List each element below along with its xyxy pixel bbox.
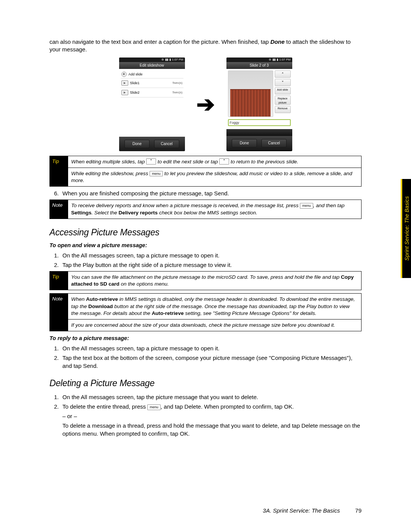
next-slide-button: ˅ (275, 79, 291, 86)
status-time: 1:07 PM (172, 58, 183, 61)
phone-button-bar: Done Cancel (226, 136, 292, 150)
section-heading: Accessing Picture Messages (49, 227, 362, 238)
or-separator: – or – (62, 412, 362, 420)
prev-slide-button: ˄ (275, 70, 291, 78)
list-item: 2.Tap the text box at the bottom of the … (54, 354, 362, 370)
menu-key-icon: menu (300, 203, 313, 208)
slide-picture (228, 70, 273, 117)
status-bar: ⊕ ▮▮ ▮ 1:07 PM (119, 58, 185, 62)
list-item: 1.On the All messages screen, tap the pi… (54, 393, 362, 401)
location-icon: ⊕ (161, 58, 164, 61)
list-item: 1.On the All messages screen, tap a pict… (54, 251, 362, 259)
list-item: 2. To delete the entire thread, press me… (54, 403, 362, 411)
intro-paragraph: can also navigate to the text box and en… (49, 38, 362, 54)
reply-steps: 1.On the All messages screen, tap a pict… (54, 344, 362, 370)
phone-slide-editor: ⊕ ▮▮ ▮ 1:07 PM Slide 2 of 3 ˄ ˅ Add slid… (226, 58, 292, 151)
up-arrow-key: ˄ (219, 158, 229, 165)
menu-key-icon: menu (147, 404, 161, 410)
tip-label-blank (50, 168, 68, 186)
slide-duration: 5sec(s) (172, 91, 182, 94)
page-footer: 3A. Sprint Service: The Basics 79 (0, 507, 362, 514)
slide-duration: 5sec(s) (172, 81, 182, 85)
menu-key-icon: menu (150, 171, 163, 176)
replace-picture-button: Replace picture (275, 96, 291, 105)
arrow-icon: ➔ (196, 93, 215, 115)
phone-title: Slide 2 of 3 (226, 62, 292, 69)
caption-input: Foggy (228, 119, 291, 126)
side-buttons: ˄ ˅ Add slide Replace picture Remove (275, 70, 291, 117)
subheading: To reply to a picture message: (49, 335, 362, 341)
screenshot-row: ⊕ ▮▮ ▮ 1:07 PM Edit slideshow + Add slid… (49, 58, 362, 151)
tip-box: Tip When editing multiple slides, tap ˅ … (49, 156, 362, 187)
add-slide-row: + Add slide (121, 70, 183, 78)
location-icon: ⊕ (269, 58, 271, 61)
bridge-graphic (230, 89, 270, 117)
section-tab-label: Sprint Service: The Basics (404, 196, 410, 260)
slide-thumb-icon: ▶ (121, 90, 128, 95)
step-6: 6. When you are finished composing the p… (54, 190, 362, 197)
subheading: To open and view a picture message: (49, 242, 362, 248)
battery-icon: ▮ (169, 58, 171, 61)
section-tab: Sprint Service: The Basics (401, 179, 411, 278)
tip-label: Tip (50, 272, 68, 290)
done-button: Done (124, 140, 150, 148)
note-box: Note When Auto-retrieve in MMS settings … (49, 293, 362, 331)
delete-steps: 1.On the All messages screen, tap the pi… (54, 393, 362, 411)
tip-box: Tip You can save the file attachment on … (49, 271, 362, 290)
tip-content: While editing the slideshow, press menu … (68, 168, 361, 186)
open-steps: 1.On the All messages screen, tap a pict… (54, 251, 362, 269)
remove-button: Remove (275, 106, 291, 113)
slide-edit-area: ˄ ˅ Add slide Replace picture Remove (228, 70, 291, 117)
phone-title: Edit slideshow (119, 62, 185, 69)
delete-alt: To delete a message in a thread, press a… (62, 422, 362, 438)
tip-label: Tip (50, 156, 68, 168)
note-content: To receive delivery reports and know whe… (68, 200, 361, 218)
tip-content: When editing multiple slides, tap ˅ to e… (68, 156, 361, 168)
phone-edit-slideshow: ⊕ ▮▮ ▮ 1:07 PM Edit slideshow + Add slid… (119, 58, 185, 151)
page: Sprint Service: The Basics can also navi… (0, 0, 411, 532)
phone-body: ˄ ˅ Add slide Replace picture Remove Fog… (226, 69, 292, 129)
section-heading: Deleting a Picture Message (49, 378, 362, 388)
add-slide-button: Add slide (275, 87, 291, 94)
cancel-button: Cancel (261, 139, 287, 147)
slide-thumb-icon: ▶ (121, 80, 128, 86)
spacer (226, 129, 292, 136)
add-icon: + (121, 72, 127, 77)
add-slide-label: Add slide (129, 72, 143, 76)
note-label-blank (50, 320, 68, 331)
note-label: Note (50, 200, 68, 218)
phone-body: + Add slide ▶ Slide1 5sec(s) ▶ Slide2 5s… (119, 69, 185, 137)
phone-button-bar: Done Cancel (119, 137, 185, 151)
list-item: 2.Tap the Play button at the right side … (54, 261, 362, 269)
down-arrow-key: ˅ (146, 158, 156, 165)
list-item: 1.On the All messages screen, tap a pict… (54, 344, 362, 352)
slide-row: ▶ Slide1 5sec(s) (121, 78, 183, 88)
slide-name: Slide1 (130, 81, 171, 85)
cancel-button: Cancel (154, 140, 179, 148)
slide-row: ▶ Slide2 5sec(s) (121, 88, 183, 97)
battery-icon: ▮ (277, 58, 278, 61)
tip-content: You can save the file attachment on the … (68, 272, 361, 290)
status-bar: ⊕ ▮▮ ▮ 1:07 PM (226, 58, 292, 62)
status-time: 1:07 PM (279, 58, 291, 61)
note-content: When Auto-retrieve in MMS settings is di… (68, 294, 361, 319)
slide-name: Slide2 (130, 91, 171, 94)
note-content: If you are concerned about the size of y… (68, 320, 361, 331)
footer-section: 3A. Sprint Service: The Basics (263, 507, 340, 514)
note-label: Note (50, 294, 68, 319)
note-box: Note To receive delivery reports and kno… (49, 200, 362, 219)
page-number: 79 (355, 507, 362, 514)
signal-icon: ▮▮ (272, 58, 276, 61)
signal-icon: ▮▮ (165, 58, 168, 61)
done-button: Done (232, 139, 257, 147)
